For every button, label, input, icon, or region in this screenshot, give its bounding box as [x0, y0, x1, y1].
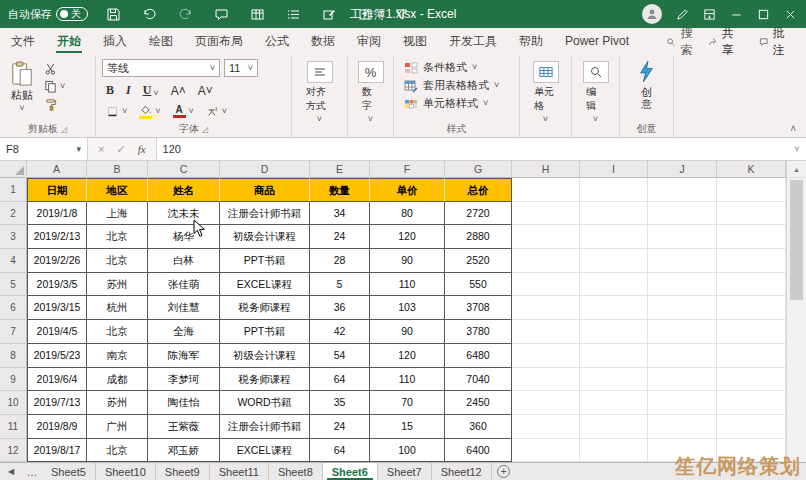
cell-B6[interactable]: 杭州: [87, 296, 148, 320]
cell-A10[interactable]: 2019/7/13: [27, 391, 87, 415]
list-icon[interactable]: [286, 7, 301, 22]
cell-I10[interactable]: [580, 391, 648, 415]
add-sheet-button[interactable]: +: [492, 463, 516, 480]
underline-button[interactable]: U˅: [143, 83, 159, 98]
cell-D12[interactable]: EXCEL课程: [220, 439, 310, 462]
cell-J8[interactable]: [648, 344, 717, 368]
collapse-ribbon-icon[interactable]: ˄: [790, 123, 796, 134]
row-header-1[interactable]: 1: [0, 178, 27, 202]
cell-G3[interactable]: 2880: [445, 225, 512, 249]
cell-B11[interactable]: 广州: [87, 415, 148, 439]
cell-G11[interactable]: 360: [445, 415, 512, 439]
cell-H12[interactable]: [512, 439, 580, 462]
menu-tab-Power Pivot[interactable]: Power Pivot: [554, 28, 640, 55]
insert-function-icon[interactable]: fx: [138, 143, 146, 155]
cell-B10[interactable]: 苏州: [87, 391, 148, 415]
enter-icon[interactable]: ✓: [116, 143, 125, 156]
minimize-button[interactable]: [730, 8, 743, 21]
cell-F6[interactable]: 103: [370, 296, 445, 320]
row-header-3[interactable]: 3: [0, 225, 27, 249]
editing-button[interactable]: 编辑 ˅: [578, 59, 613, 126]
menu-tab-插入[interactable]: 插入: [92, 28, 138, 55]
cell-J1[interactable]: [648, 178, 717, 202]
cell-E1[interactable]: 数量: [310, 178, 370, 202]
sheet-tab-Sheet8[interactable]: Sheet8: [269, 463, 323, 480]
menu-tab-开发工具[interactable]: 开发工具: [438, 28, 508, 55]
cell-A1[interactable]: 日期: [27, 178, 87, 202]
spreadsheet-grid[interactable]: ABCDEFGHIJK1日期地区姓名商品数量单价总价22019/1/8上海沈未未…: [0, 161, 786, 462]
cell-F12[interactable]: 100: [370, 439, 445, 462]
cell-C4[interactable]: 白林: [148, 249, 220, 273]
cell-F10[interactable]: 70: [370, 391, 445, 415]
cell-C6[interactable]: 刘佳慧: [148, 296, 220, 320]
cell-I11[interactable]: [580, 415, 648, 439]
cell-J11[interactable]: [648, 415, 717, 439]
cell-J4[interactable]: [648, 249, 717, 273]
cell-E5[interactable]: 5: [310, 273, 370, 297]
cell-A5[interactable]: 2019/3/5: [27, 273, 87, 297]
cell-H4[interactable]: [512, 249, 580, 273]
column-header-E[interactable]: E: [310, 161, 370, 178]
cell-J7[interactable]: [648, 320, 717, 344]
cell-E11[interactable]: 24: [310, 415, 370, 439]
cell-D3[interactable]: 初级会计课程: [220, 225, 310, 249]
cell-D1[interactable]: 商品: [220, 178, 310, 202]
cell-F8[interactable]: 120: [370, 344, 445, 368]
copy-button[interactable]: ˅: [44, 80, 65, 93]
cell-J10[interactable]: [648, 391, 717, 415]
cell-C1[interactable]: 姓名: [148, 178, 220, 202]
cell-F9[interactable]: 110: [370, 368, 445, 392]
format-as-table-button[interactable]: 套用表格格式˅: [404, 78, 509, 93]
maximize-button[interactable]: [757, 8, 770, 21]
cancel-icon[interactable]: ×: [98, 143, 104, 155]
cell-H9[interactable]: [512, 368, 580, 392]
sheet-overflow-icon[interactable]: …: [22, 463, 42, 480]
cell-K9[interactable]: [717, 368, 786, 392]
sheet-tab-Sheet9[interactable]: Sheet9: [156, 463, 210, 480]
cell-styles-button[interactable]: 单元格样式˅: [404, 96, 509, 111]
sheet-nav-left-icon[interactable]: ◀: [0, 463, 22, 480]
menu-tab-页面布局[interactable]: 页面布局: [184, 28, 254, 55]
menu-tab-数据[interactable]: 数据: [300, 28, 346, 55]
cell-K4[interactable]: [717, 249, 786, 273]
cell-B1[interactable]: 地区: [87, 178, 148, 202]
menu-tab-绘图[interactable]: 绘图: [138, 28, 184, 55]
cell-G1[interactable]: 总价: [445, 178, 512, 202]
cell-B9[interactable]: 成都: [87, 368, 148, 392]
cell-E12[interactable]: 64: [310, 439, 370, 462]
column-header-C[interactable]: C: [148, 161, 220, 178]
sheet-tab-Sheet7[interactable]: Sheet7: [378, 463, 432, 480]
column-header-I[interactable]: I: [580, 161, 648, 178]
cell-H6[interactable]: [512, 296, 580, 320]
select-all-corner[interactable]: [0, 161, 27, 178]
bold-button[interactable]: B: [106, 83, 114, 98]
cell-F3[interactable]: 120: [370, 225, 445, 249]
cell-E4[interactable]: 28: [310, 249, 370, 273]
column-header-B[interactable]: B: [87, 161, 148, 178]
row-header-11[interactable]: 11: [0, 415, 27, 439]
decrease-font-button[interactable]: A˅: [198, 84, 213, 98]
cell-I12[interactable]: [580, 439, 648, 462]
sheet-tab-Sheet12[interactable]: Sheet12: [432, 463, 492, 480]
cell-K11[interactable]: [717, 415, 786, 439]
row-header-7[interactable]: 7: [0, 320, 27, 344]
sheet-tab-Sheet11[interactable]: Sheet11: [210, 463, 269, 480]
cell-C9[interactable]: 李梦珂: [148, 368, 220, 392]
cell-J6[interactable]: [648, 296, 717, 320]
cell-J2[interactable]: [648, 202, 717, 226]
cell-I3[interactable]: [580, 225, 648, 249]
cell-E9[interactable]: 64: [310, 368, 370, 392]
autosave-switch-icon[interactable]: 关: [56, 7, 88, 21]
column-header-D[interactable]: D: [220, 161, 310, 178]
comment-icon[interactable]: [214, 7, 229, 22]
cell-E2[interactable]: 34: [310, 202, 370, 226]
font-name-select[interactable]: 等线˅: [102, 59, 220, 77]
sheet-tab-Sheet5[interactable]: Sheet5: [42, 463, 96, 480]
cell-F4[interactable]: 90: [370, 249, 445, 273]
row-header-12[interactable]: 12: [0, 439, 27, 462]
row-header-9[interactable]: 9: [0, 368, 27, 392]
save-icon[interactable]: [106, 7, 121, 22]
cell-I8[interactable]: [580, 344, 648, 368]
cell-E8[interactable]: 54: [310, 344, 370, 368]
cell-G9[interactable]: 7040: [445, 368, 512, 392]
